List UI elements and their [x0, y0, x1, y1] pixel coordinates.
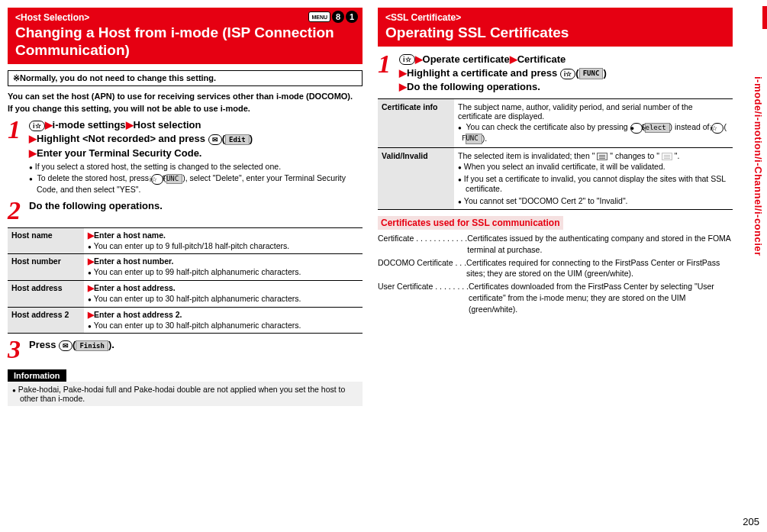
i-appli-key-icon: i☆: [29, 121, 45, 131]
step3-line: Press ✉(Finish).: [29, 338, 363, 352]
header-ssl-certificate: <SSL Certificate> Operating SSL Certific…: [378, 8, 733, 47]
cert-label: DOCOMO Certificate . . .: [378, 257, 466, 279]
side-chapter-label: i-mode/i-motion/i-Channel/i-concier: [752, 76, 764, 256]
softkey-func: FUNC: [579, 68, 604, 79]
cell-label: Valid/Invalid: [378, 147, 454, 210]
list-item: DOCOMO Certificate . . . Certificates re…: [378, 257, 733, 279]
step1-line3: ▶Enter your Terminal Security Code.: [29, 147, 363, 160]
valid-bullet-2: If you set a certificate to invalid, you…: [458, 174, 729, 195]
information-block: Information Pake-hodai, Pake-hodai full …: [8, 369, 363, 406]
digit-8-key: 8: [332, 11, 344, 23]
step-2: 2 Do the following operations.: [8, 199, 363, 223]
i-appli-key-icon: i☆: [151, 174, 163, 185]
step1-bullet2: To delete the stored host, press i☆(FUNC…: [29, 173, 363, 195]
table-row: Host number ▶Enter a host number. You ca…: [8, 254, 363, 281]
cell-label: Host address 2: [8, 307, 84, 334]
host-settings-table: Host name ▶Enter a host name. You can en…: [8, 227, 363, 334]
information-header: Information: [8, 369, 66, 382]
step-number-2: 2: [8, 199, 29, 223]
column-right: <SSL Certificate> Operating SSL Certific…: [378, 8, 733, 406]
step1-bullet1: If you select a stored host, the setting…: [29, 162, 363, 172]
step1-line1: i☆▶i-mode settings▶Host selection: [29, 118, 363, 132]
cell-label: Host name: [8, 227, 84, 254]
softkey-select: Select: [645, 123, 670, 134]
cell-label: Certificate info: [378, 99, 454, 147]
softkey-edit: Edit: [225, 134, 250, 146]
valid-bullet-1: When you select an invalid certificate, …: [458, 162, 729, 172]
mail-key-icon: ✉: [208, 134, 222, 145]
header-title: Changing a Host from i-mode (ISP Connect…: [15, 24, 355, 60]
cert-info-bullet: You can check the certificate also by pr…: [458, 122, 729, 143]
i-appli-key-icon: i☆: [711, 123, 723, 134]
header-bracket: <Host Selection>: [15, 12, 89, 23]
step2-title: Do the following operations.: [29, 199, 363, 213]
cert-desc: Certificates issued by the authenticatin…: [467, 233, 733, 255]
cert-invalid-icon: [662, 153, 672, 160]
step-3: 3 Press ✉(Finish).: [8, 338, 363, 362]
menu-shortcut: MENU 8 1: [308, 11, 358, 23]
cell-desc: ▶Enter a host address 2. You can enter u…: [84, 307, 363, 334]
cell-desc: ▶Enter a host address. You can enter up …: [84, 281, 363, 308]
step-1-right: 1 i☆▶Operate certificate▶Certificate ▶Hi…: [378, 53, 733, 95]
side-accent-bar: [762, 6, 767, 29]
note-box: ※Normally, you do not need to change thi…: [8, 70, 363, 86]
rstep1-line1: i☆▶Operate certificate▶Certificate: [399, 53, 733, 66]
step-number-1: 1: [8, 118, 29, 195]
i-appli-key-icon: i☆: [399, 54, 415, 65]
list-item: Certificate . . . . . . . . . . . . Cert…: [378, 233, 733, 255]
table-row: Host address 2 ▶Enter a host address 2. …: [8, 307, 363, 334]
intro-text-1: You can set the host (APN) to use for re…: [8, 91, 363, 102]
valid-bullet-3: You cannot set "DOCOMO Cert 2" to "Inval…: [458, 196, 729, 207]
cell-label: Host number: [8, 254, 84, 281]
cell-desc: ▶Enter a host name. You can enter up to …: [84, 227, 363, 254]
softkey-func: FUNC: [166, 174, 183, 185]
rstep1-line2: ▶Highlight a certificate and press i☆(FU…: [399, 66, 733, 80]
mail-key-icon: ✉: [59, 340, 73, 351]
step-number-3: 3: [8, 338, 29, 362]
cert-desc: Certificates downloaded from the FirstPa…: [469, 281, 733, 314]
information-body: Pake-hodai, Pake-hodai full and Pake-hod…: [8, 382, 363, 406]
cert-label: User Certificate . . . . . . . .: [378, 281, 469, 314]
certificate-type-list: Certificate . . . . . . . . . . . . Cert…: [378, 233, 733, 314]
cell-desc: The selected item is invalidated; then "…: [454, 147, 733, 210]
cert-valid-icon: [597, 153, 607, 160]
page-content: MENU 8 1 <Host Selection> Changing a Hos…: [0, 0, 767, 414]
step-1: 1 i☆▶i-mode settings▶Host selection ▶Hig…: [8, 118, 363, 195]
rstep1-line3: ▶Do the following operations.: [399, 80, 733, 94]
step-number-1: 1: [378, 53, 399, 95]
cell-desc: The subject name, author, validity perio…: [454, 99, 733, 147]
intro-text-2: If you change this setting, you will not…: [8, 103, 363, 114]
header-title: Operating SSL Certificates: [385, 24, 725, 42]
digit-1-key: 1: [346, 11, 358, 23]
table-row: Host address ▶Enter a host address. You …: [8, 281, 363, 308]
cert-desc: Certificates required for connecting to …: [466, 257, 733, 279]
cell-desc: ▶Enter a host number. You can enter up t…: [84, 254, 363, 281]
cell-label: Host address: [8, 281, 84, 308]
i-appli-key-icon: i☆: [560, 69, 576, 79]
table-row: Host name ▶Enter a host name. You can en…: [8, 227, 363, 254]
header-bracket: <SSL Certificate>: [385, 12, 461, 23]
menu-key-icon: MENU: [308, 11, 330, 22]
certificate-ops-table: Certificate info The subject name, autho…: [378, 98, 733, 210]
step1-line2: ▶Highlight <Not recorded> and press ✉(Ed…: [29, 132, 363, 146]
softkey-finish: Finish: [76, 340, 108, 352]
softkey-func: FUNC: [466, 134, 482, 144]
info-bullet: Pake-hodai, Pake-hodai full and Pake-hod…: [12, 385, 358, 403]
column-left: MENU 8 1 <Host Selection> Changing a Hos…: [8, 8, 363, 406]
header-host-selection: MENU 8 1 <Host Selection> Changing a Hos…: [8, 8, 363, 64]
section-certificates-used: Certificates used for SSL communication: [378, 216, 563, 230]
table-row: Certificate info The subject name, autho…: [378, 99, 733, 147]
table-row: Valid/Invalid The selected item is inval…: [378, 147, 733, 210]
page-number: 205: [743, 516, 759, 527]
cert-label: Certificate . . . . . . . . . . . .: [378, 233, 467, 255]
list-item: User Certificate . . . . . . . . Certifi…: [378, 281, 733, 314]
